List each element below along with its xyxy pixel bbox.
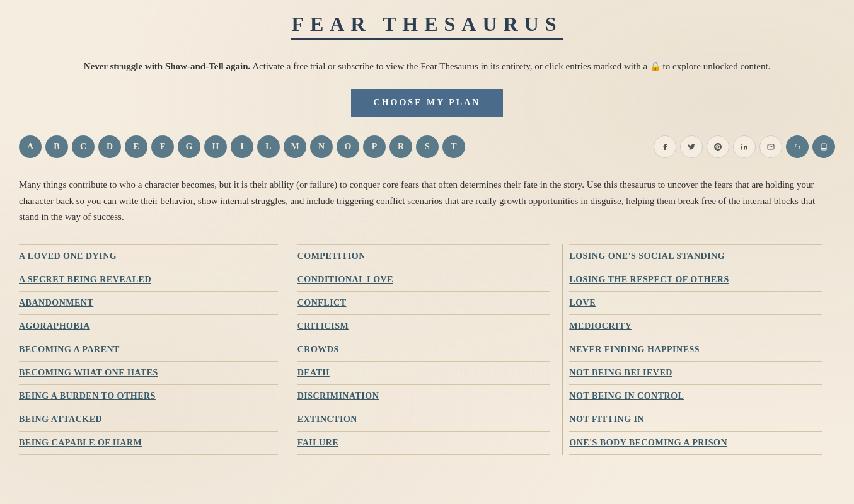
list-item[interactable]: DEATH	[297, 362, 550, 385]
alphabet-nav: A B C D E F G H I L M N O P R S T	[19, 135, 465, 158]
facebook-icon[interactable]	[654, 135, 676, 158]
book-icon[interactable]	[812, 135, 835, 158]
list-item[interactable]: NOT BEING IN CONTROL	[569, 385, 822, 408]
letter-P[interactable]: P	[363, 135, 386, 158]
list-item[interactable]: AGORAPHOBIA	[19, 315, 278, 338]
alphabet-row: A B C D E F G H I L M N O P R S T	[19, 135, 835, 158]
list-item[interactable]: EXTINCTION	[297, 408, 550, 432]
list-item[interactable]: BEING ATTACKED	[19, 408, 278, 432]
letter-E[interactable]: E	[125, 135, 147, 158]
list-item[interactable]: A LOVED ONE DYING	[19, 244, 278, 268]
list-item[interactable]: COMPETITION	[297, 244, 550, 268]
entries-column-right: LOSING ONE'S SOCIAL STANDING LOSING THE …	[563, 244, 835, 455]
letter-D[interactable]: D	[98, 135, 121, 158]
entries-grid: A LOVED ONE DYING A SECRET BEING REVEALE…	[19, 244, 835, 455]
letter-I[interactable]: I	[231, 135, 253, 158]
twitter-icon[interactable]	[680, 135, 703, 158]
linkedin-icon[interactable]	[733, 135, 756, 158]
entries-column-left: A LOVED ONE DYING A SECRET BEING REVEALE…	[19, 244, 291, 455]
list-item[interactable]: NOT FITTING IN	[569, 408, 822, 432]
email-icon[interactable]	[759, 135, 782, 158]
svg-point-0	[741, 144, 742, 145]
entries-column-middle: COMPETITION CONDITIONAL LOVE CONFLICT CR…	[291, 244, 563, 455]
letter-F[interactable]: F	[151, 135, 174, 158]
letter-O[interactable]: O	[337, 135, 359, 158]
page-header: FEAR THESAURUS	[19, 13, 835, 40]
pinterest-icon[interactable]	[707, 135, 729, 158]
lock-icon: 🔒	[650, 60, 661, 74]
choose-plan-button[interactable]: CHOOSE MY PLAN	[351, 89, 504, 117]
list-item[interactable]: MEDIOCRITY	[569, 315, 822, 338]
list-item[interactable]: DISCRIMINATION	[297, 385, 550, 408]
list-item[interactable]: CONFLICT	[297, 292, 550, 315]
list-item[interactable]: LOSING THE RESPECT OF OTHERS	[569, 268, 822, 292]
list-item[interactable]: ONE'S BODY BECOMING A PRISON	[569, 432, 822, 455]
banner-bold: Never struggle with Show-and-Tell again.	[84, 61, 251, 71]
letter-R[interactable]: R	[389, 135, 412, 158]
list-item[interactable]: BEING CAPABLE OF HARM	[19, 432, 278, 455]
letter-C[interactable]: C	[72, 135, 95, 158]
site-title: FEAR THESAURUS	[291, 13, 562, 40]
list-item[interactable]: A SECRET BEING REVEALED	[19, 268, 278, 292]
letter-T[interactable]: T	[442, 135, 465, 158]
list-item[interactable]: LOVE	[569, 292, 822, 315]
letter-G[interactable]: G	[178, 135, 200, 158]
list-item[interactable]: ABANDONMENT	[19, 292, 278, 315]
list-item[interactable]: CONDITIONAL LOVE	[297, 268, 550, 292]
banner-end: to explore unlocked content.	[661, 61, 771, 71]
list-item[interactable]: FAILURE	[297, 432, 550, 455]
letter-H[interactable]: H	[204, 135, 227, 158]
list-item[interactable]: NEVER FINDING HAPPINESS	[569, 338, 822, 362]
list-item[interactable]: CRITICISM	[297, 315, 550, 338]
social-icons	[654, 135, 835, 158]
letter-L[interactable]: L	[257, 135, 280, 158]
letter-M[interactable]: M	[284, 135, 306, 158]
list-item[interactable]: BEING A BURDEN TO OTHERS	[19, 385, 278, 408]
letter-A[interactable]: A	[19, 135, 42, 158]
list-item[interactable]: BECOMING A PARENT	[19, 338, 278, 362]
list-item[interactable]: CROWDS	[297, 338, 550, 362]
intro-text: Many things contribute to who a characte…	[19, 177, 835, 226]
banner-text: Activate a free trial or subscribe to vi…	[250, 61, 650, 71]
share-icon[interactable]	[786, 135, 809, 158]
letter-S[interactable]: S	[416, 135, 439, 158]
cta-wrapper: CHOOSE MY PLAN	[19, 89, 835, 117]
list-item[interactable]: NOT BEING BELIEVED	[569, 362, 822, 385]
list-item[interactable]: BECOMING WHAT ONE HATES	[19, 362, 278, 385]
letter-N[interactable]: N	[310, 135, 333, 158]
list-item[interactable]: LOSING ONE'S SOCIAL STANDING	[569, 244, 822, 268]
letter-B[interactable]: B	[45, 135, 68, 158]
banner: Never struggle with Show-and-Tell again.…	[19, 59, 835, 74]
